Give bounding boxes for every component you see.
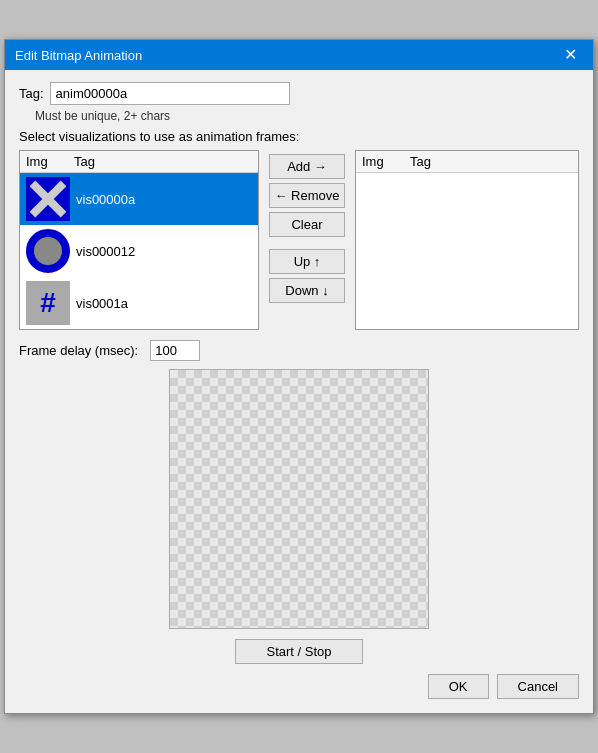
frame-delay-row: Frame delay (msec): — [19, 340, 579, 361]
left-list[interactable]: Img Tag vis00000a — [19, 150, 259, 330]
item-img-0 — [24, 175, 72, 223]
title-bar: Edit Bitmap Animation ✕ — [5, 40, 593, 70]
vis-x-icon — [26, 177, 70, 221]
add-button[interactable]: Add → — [269, 154, 345, 179]
edit-bitmap-animation-dialog: Edit Bitmap Animation ✕ Tag: Must be uni… — [4, 39, 594, 714]
left-panel: Img Tag vis00000a — [19, 150, 259, 330]
tag-label: Tag: — [19, 86, 44, 101]
preview-area — [19, 369, 579, 629]
right-panel: Img Tag — [355, 150, 579, 330]
list-item[interactable]: vis00000a — [20, 173, 258, 225]
preview-box — [169, 369, 429, 629]
item-tag-0: vis00000a — [76, 192, 135, 207]
item-tag-2: vis0001a — [76, 296, 128, 311]
tag-row: Tag: — [19, 82, 579, 105]
dialog-body: Tag: Must be unique, 2+ chars Select vis… — [5, 70, 593, 713]
list-item[interactable]: vis000012 — [20, 225, 258, 277]
select-label: Select visualizations to use as animatio… — [19, 129, 579, 144]
down-button[interactable]: Down ↓ — [269, 278, 345, 303]
clear-button[interactable]: Clear — [269, 212, 345, 237]
item-img-1 — [24, 227, 72, 275]
right-list[interactable]: Img Tag — [355, 150, 579, 330]
left-list-header: Img Tag — [20, 151, 258, 173]
frame-delay-label: Frame delay (msec): — [19, 343, 138, 358]
right-header-img: Img — [362, 154, 410, 169]
item-img-2 — [24, 279, 72, 327]
tag-input[interactable] — [50, 82, 290, 105]
item-tag-1: vis000012 — [76, 244, 135, 259]
vis-hash-icon — [26, 281, 70, 325]
dialog-title: Edit Bitmap Animation — [15, 48, 142, 63]
tag-hint: Must be unique, 2+ chars — [35, 109, 579, 123]
start-stop-row: Start / Stop — [19, 639, 579, 664]
left-header-tag: Tag — [74, 154, 252, 169]
middle-panel: Add → ← Remove Clear Up ↑ Down ↓ — [267, 150, 347, 330]
remove-button[interactable]: ← Remove — [269, 183, 345, 208]
start-stop-button[interactable]: Start / Stop — [235, 639, 362, 664]
cancel-button[interactable]: Cancel — [497, 674, 579, 699]
bottom-row: OK Cancel — [19, 674, 579, 703]
list-item[interactable]: vis0001a — [20, 277, 258, 329]
left-header-img: Img — [26, 154, 74, 169]
right-list-header: Img Tag — [356, 151, 578, 173]
vis-circle-icon — [26, 229, 70, 273]
ok-button[interactable]: OK — [428, 674, 489, 699]
right-header-tag: Tag — [410, 154, 572, 169]
frame-delay-input[interactable] — [150, 340, 200, 361]
up-button[interactable]: Up ↑ — [269, 249, 345, 274]
close-button[interactable]: ✕ — [558, 45, 583, 65]
lists-row: Img Tag vis00000a — [19, 150, 579, 330]
